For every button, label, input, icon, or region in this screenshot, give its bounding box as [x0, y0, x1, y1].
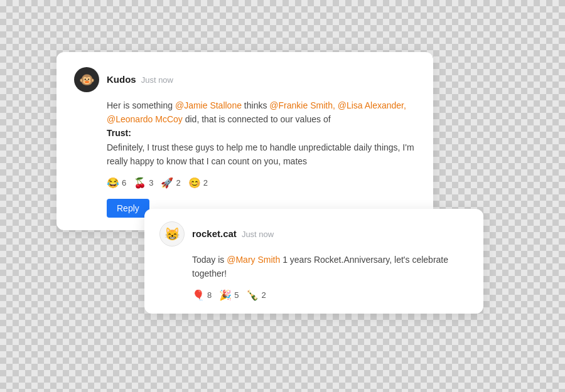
reaction-party[interactable]: 🎉 5 — [219, 289, 239, 301]
kudos-avatar: 🐵 — [74, 67, 99, 92]
reaction-bottle-count: 2 — [261, 290, 266, 300]
rocketcat-header-text: rocket.cat Just now — [192, 228, 274, 239]
rocketcat-avatar: 😸 — [159, 221, 185, 246]
main-message-card: 🐵 Kudos Just now Her is something @Jamie… — [56, 52, 433, 231]
kudos-message-mid1: thinks — [242, 100, 269, 110]
kudos-bold-word: Trust — [107, 128, 128, 138]
reaction-rocket-count: 2 — [176, 178, 180, 188]
reaction-laugh[interactable]: 😂 6 — [107, 177, 126, 189]
reaction-bottle-emoji: 🍾 — [246, 289, 259, 301]
main-message-header: 🐵 Kudos Just now — [74, 67, 416, 92]
reaction-party-count: 5 — [234, 290, 239, 300]
kudos-bold-colon: : — [128, 128, 131, 138]
kudos-message-intro: Her is something — [107, 100, 175, 110]
reaction-laugh-emoji: 😂 — [107, 177, 119, 189]
reaction-smile-emoji: 😊 — [188, 177, 201, 189]
reply-message-card: 😸 rocket.cat Just now Today is @Mary Smi… — [144, 209, 483, 314]
kudos-header-text: Kudos Just now — [107, 74, 173, 85]
rocketcat-avatar-emoji: 😸 — [164, 226, 180, 241]
reaction-party-emoji: 🎉 — [219, 289, 232, 301]
kudos-avatar-emoji: 🐵 — [79, 72, 95, 87]
reply-button[interactable]: Reply — [107, 199, 149, 218]
kudos-reactions: 😂 6 🍒 3 🚀 2 😊 2 — [107, 177, 416, 189]
reaction-rocket-emoji: 🚀 — [161, 177, 173, 189]
kudos-message-mid2: did, that is connected to our values of — [183, 114, 331, 124]
reaction-smile-count: 2 — [203, 178, 208, 188]
reaction-laugh-count: 6 — [122, 178, 126, 188]
rocketcat-username: rocket.cat — [192, 228, 237, 239]
rocketcat-timestamp: Just now — [242, 230, 274, 239]
kudos-mention-jamie: @Jamie Stallone — [175, 100, 242, 110]
reaction-cherry-emoji: 🍒 — [134, 177, 146, 189]
rocketcat-reactions: 🎈 8 🎉 5 🍾 2 — [192, 289, 468, 301]
reaction-balloon-emoji: 🎈 — [192, 289, 205, 301]
rocketcat-message-body: Today is @Mary Smith 1 years Rocket.Anni… — [192, 253, 468, 281]
reaction-cherry[interactable]: 🍒 3 — [134, 177, 153, 189]
reaction-balloon[interactable]: 🎈 8 — [192, 289, 212, 301]
rocketcat-message-header: 😸 rocket.cat Just now — [159, 221, 468, 246]
reaction-rocket[interactable]: 🚀 2 — [161, 177, 180, 189]
kudos-message-text: Definitely, I trust these guys to help m… — [107, 142, 414, 166]
rocketcat-message-intro: Today is — [192, 255, 227, 265]
kudos-timestamp: Just now — [141, 75, 173, 85]
kudos-username: Kudos — [107, 74, 136, 85]
reaction-bottle[interactable]: 🍾 2 — [246, 289, 266, 301]
reaction-balloon-count: 8 — [207, 290, 212, 300]
reaction-cherry-count: 3 — [149, 178, 153, 188]
reaction-smile[interactable]: 😊 2 — [188, 177, 208, 189]
rocketcat-mention-mary: @Mary Smith — [227, 255, 280, 265]
kudos-message-body: Her is something @Jamie Stallone thinks … — [107, 98, 416, 169]
